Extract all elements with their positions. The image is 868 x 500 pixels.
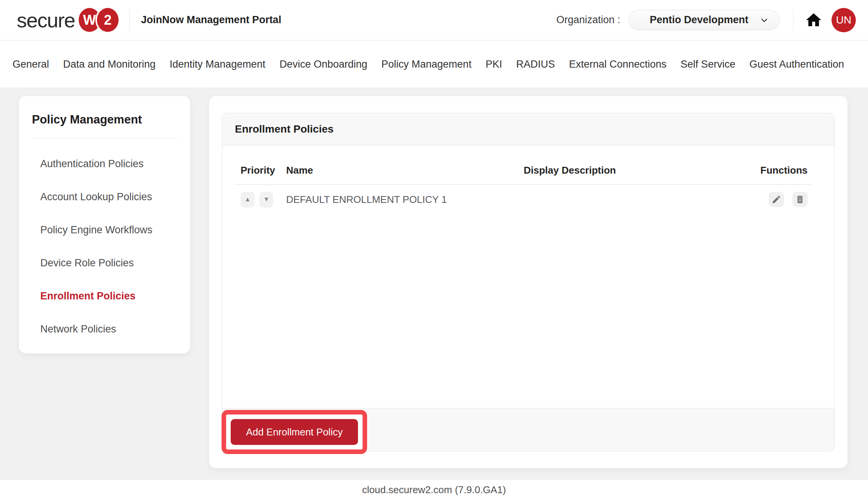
nav-item-policy-management[interactable]: Policy Management (382, 59, 472, 70)
main-content-card: Enrollment Policies Priority Name Displa… (209, 96, 847, 468)
panel-title: Enrollment Policies (235, 123, 334, 135)
triangle-up-icon: ▲ (244, 196, 251, 203)
nav-item-general[interactable]: General (13, 59, 49, 70)
user-avatar[interactable]: UN (832, 8, 856, 32)
enrollment-policies-panel: Enrollment Policies Priority Name Displa… (222, 113, 835, 451)
sidebar-items: Authentication Policies Account Lookup P… (32, 138, 177, 346)
organization-label: Organization : (556, 14, 620, 26)
securew2-logo[interactable]: secure W 2 (17, 8, 119, 32)
table-header-row: Priority Name Display Description Functi… (222, 158, 834, 183)
page: secure W 2 JoinNow Management Portal Org… (0, 0, 868, 500)
table-row: ▲ ▼ DEFAULT ENROLLMENT POLICY 1 (222, 187, 834, 212)
sidebar-item-policy-engine-workflows[interactable]: Policy Engine Workflows (32, 214, 177, 247)
top-bar: secure W 2 JoinNow Management Portal Org… (0, 0, 868, 40)
column-header-functions: Functions (760, 165, 834, 176)
sidebar-item-device-role-policies[interactable]: Device Role Policies (32, 247, 177, 280)
click-highlight-annotation: Add Enrollment Policy (222, 410, 367, 454)
table-header-divider (234, 184, 811, 185)
home-button[interactable] (804, 11, 823, 30)
nav-item-pki[interactable]: PKI (486, 59, 502, 70)
priority-down-button[interactable]: ▼ (259, 192, 273, 207)
trash-icon (795, 195, 805, 204)
topbar-divider (129, 9, 130, 31)
nav-item-external-connections[interactable]: External Connections (569, 59, 667, 70)
sidebar-item-network-policies[interactable]: Network Policies (32, 313, 177, 346)
logo-badge-2: 2 (97, 8, 119, 32)
footer-version-text: cloud.securew2.com (7.9.0.GA1) (362, 484, 506, 496)
column-header-display-description: Display Description (524, 165, 760, 176)
sidebar-item-enrollment-policies[interactable]: Enrollment Policies (32, 280, 177, 313)
portal-title: JoinNow Management Portal (141, 14, 281, 26)
main-nav: General Data and Monitoring Identity Man… (0, 41, 868, 88)
pencil-icon (771, 195, 781, 204)
nav-item-radius[interactable]: RADIUS (516, 59, 555, 70)
column-header-name: Name (286, 165, 524, 176)
nav-item-guest-authentication[interactable]: Guest Authentication (749, 59, 844, 70)
sidebar-policy-management: Policy Management Authentication Policie… (19, 96, 190, 353)
delete-button[interactable] (792, 192, 808, 207)
organization-select[interactable]: Pentio Development (629, 10, 779, 30)
functions-cell (760, 192, 834, 207)
add-enrollment-policy-button[interactable]: Add Enrollment Policy (231, 419, 358, 445)
nav-item-device-onboarding[interactable]: Device Onboarding (279, 59, 367, 70)
sidebar-item-authentication-policies[interactable]: Authentication Policies (32, 147, 177, 180)
logo-wordmark: secure (17, 10, 75, 30)
topbar-right-divider (793, 9, 794, 31)
page-footer: cloud.securew2.com (7.9.0.GA1) (0, 480, 868, 500)
nav-item-self-service[interactable]: Self Service (681, 59, 735, 70)
sidebar-title: Policy Management (32, 113, 177, 127)
home-icon (805, 11, 823, 29)
chevron-down-icon (759, 15, 769, 25)
triangle-down-icon: ▼ (263, 196, 270, 203)
nav-item-identity-management[interactable]: Identity Management (169, 59, 265, 70)
sidebar-item-account-lookup-policies[interactable]: Account Lookup Policies (32, 180, 177, 214)
organization-select-value: Pentio Development (642, 14, 756, 26)
panel-header: Enrollment Policies (222, 113, 834, 146)
edit-button[interactable] (769, 192, 784, 207)
nav-item-data-and-monitoring[interactable]: Data and Monitoring (63, 59, 155, 70)
priority-cell: ▲ ▼ (222, 192, 286, 207)
policy-name: DEFAULT ENROLLMENT POLICY 1 (286, 194, 524, 206)
priority-up-button[interactable]: ▲ (241, 192, 255, 207)
column-header-priority: Priority (222, 165, 286, 176)
